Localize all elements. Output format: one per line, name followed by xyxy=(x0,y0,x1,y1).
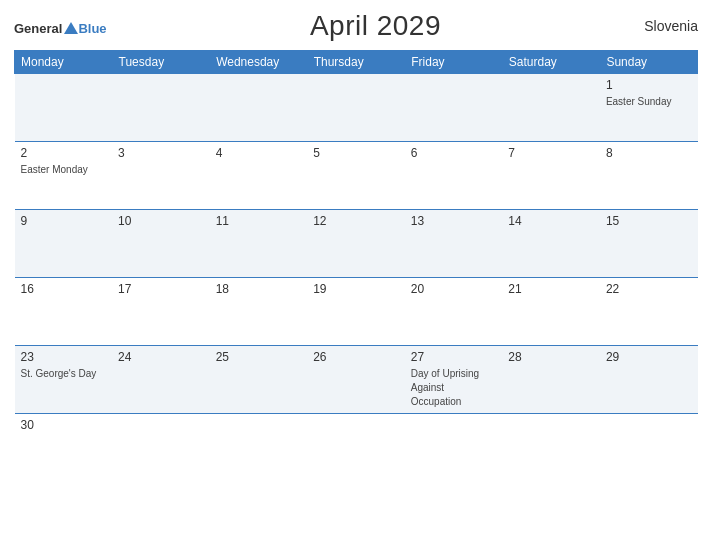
day-number: 29 xyxy=(606,350,692,364)
calendar-cell: 16 xyxy=(15,278,113,346)
calendar-row: 2Easter Monday345678 xyxy=(15,142,698,210)
day-number: 30 xyxy=(21,418,107,432)
calendar-cell: 24 xyxy=(112,346,210,414)
calendar-cell: 11 xyxy=(210,210,308,278)
weekday-tuesday: Tuesday xyxy=(112,51,210,74)
calendar-page: General Blue April 2029 Slovenia Monday … xyxy=(0,0,712,550)
day-number: 4 xyxy=(216,146,302,160)
calendar-cell xyxy=(15,74,113,142)
calendar-cell: 9 xyxy=(15,210,113,278)
calendar-cell xyxy=(405,414,503,482)
calendar-cell: 10 xyxy=(112,210,210,278)
calendar-cell: 6 xyxy=(405,142,503,210)
logo-general-text: General xyxy=(14,22,62,35)
calendar-cell xyxy=(600,414,698,482)
calendar-row: 16171819202122 xyxy=(15,278,698,346)
day-number: 25 xyxy=(216,350,302,364)
calendar-cell xyxy=(405,74,503,142)
calendar-cell: 21 xyxy=(502,278,600,346)
calendar-row: 23St. George's Day24252627Day of Uprisin… xyxy=(15,346,698,414)
calendar-cell: 26 xyxy=(307,346,405,414)
weekday-header-row: Monday Tuesday Wednesday Thursday Friday… xyxy=(15,51,698,74)
weekday-sunday: Sunday xyxy=(600,51,698,74)
day-number: 26 xyxy=(313,350,399,364)
calendar-cell: 19 xyxy=(307,278,405,346)
weekday-friday: Friday xyxy=(405,51,503,74)
day-event: Easter Sunday xyxy=(606,96,672,107)
calendar-cell xyxy=(502,74,600,142)
weekday-thursday: Thursday xyxy=(307,51,405,74)
calendar-cell: 8 xyxy=(600,142,698,210)
calendar-cell: 5 xyxy=(307,142,405,210)
calendar-row: 9101112131415 xyxy=(15,210,698,278)
calendar-cell: 30 xyxy=(15,414,113,482)
day-number: 28 xyxy=(508,350,594,364)
day-number: 21 xyxy=(508,282,594,296)
calendar-cell: 25 xyxy=(210,346,308,414)
day-number: 27 xyxy=(411,350,497,364)
calendar-cell xyxy=(112,414,210,482)
calendar-row: 1Easter Sunday xyxy=(15,74,698,142)
page-title: April 2029 xyxy=(310,10,441,42)
calendar-cell xyxy=(502,414,600,482)
day-number: 18 xyxy=(216,282,302,296)
day-number: 10 xyxy=(118,214,204,228)
calendar-cell: 1Easter Sunday xyxy=(600,74,698,142)
logo-triangle-icon xyxy=(64,22,78,34)
calendar-cell: 18 xyxy=(210,278,308,346)
day-number: 13 xyxy=(411,214,497,228)
day-number: 14 xyxy=(508,214,594,228)
calendar-cell xyxy=(307,414,405,482)
day-number: 12 xyxy=(313,214,399,228)
calendar-cell: 20 xyxy=(405,278,503,346)
calendar-cell: 15 xyxy=(600,210,698,278)
calendar-cell xyxy=(210,414,308,482)
day-number: 15 xyxy=(606,214,692,228)
day-number: 1 xyxy=(606,78,692,92)
day-number: 8 xyxy=(606,146,692,160)
logo: General Blue xyxy=(14,17,107,35)
calendar-cell: 7 xyxy=(502,142,600,210)
day-number: 16 xyxy=(21,282,107,296)
day-number: 9 xyxy=(21,214,107,228)
calendar-cell xyxy=(112,74,210,142)
day-number: 19 xyxy=(313,282,399,296)
day-number: 3 xyxy=(118,146,204,160)
calendar-cell: 22 xyxy=(600,278,698,346)
calendar-cell: 27Day of UprisingAgainst Occupation xyxy=(405,346,503,414)
calendar-cell: 28 xyxy=(502,346,600,414)
day-number: 22 xyxy=(606,282,692,296)
calendar-cell: 17 xyxy=(112,278,210,346)
calendar-cell: 23St. George's Day xyxy=(15,346,113,414)
day-event: Day of UprisingAgainst Occupation xyxy=(411,368,479,407)
calendar-cell xyxy=(307,74,405,142)
calendar-cell: 4 xyxy=(210,142,308,210)
calendar-cell: 12 xyxy=(307,210,405,278)
day-number: 11 xyxy=(216,214,302,228)
calendar-table: Monday Tuesday Wednesday Thursday Friday… xyxy=(14,50,698,482)
weekday-monday: Monday xyxy=(15,51,113,74)
header: General Blue April 2029 Slovenia xyxy=(14,10,698,42)
calendar-cell: 14 xyxy=(502,210,600,278)
day-number: 6 xyxy=(411,146,497,160)
country-label: Slovenia xyxy=(644,18,698,34)
logo-blue-text: Blue xyxy=(78,22,106,35)
weekday-saturday: Saturday xyxy=(502,51,600,74)
calendar-cell: 13 xyxy=(405,210,503,278)
day-number: 2 xyxy=(21,146,107,160)
day-event: St. George's Day xyxy=(21,368,97,379)
day-number: 17 xyxy=(118,282,204,296)
day-event: Easter Monday xyxy=(21,164,88,175)
weekday-wednesday: Wednesday xyxy=(210,51,308,74)
day-number: 7 xyxy=(508,146,594,160)
day-number: 5 xyxy=(313,146,399,160)
day-number: 20 xyxy=(411,282,497,296)
calendar-row: 30 xyxy=(15,414,698,482)
day-number: 24 xyxy=(118,350,204,364)
calendar-cell: 29 xyxy=(600,346,698,414)
day-number: 23 xyxy=(21,350,107,364)
calendar-cell: 2Easter Monday xyxy=(15,142,113,210)
calendar-cell xyxy=(210,74,308,142)
calendar-cell: 3 xyxy=(112,142,210,210)
